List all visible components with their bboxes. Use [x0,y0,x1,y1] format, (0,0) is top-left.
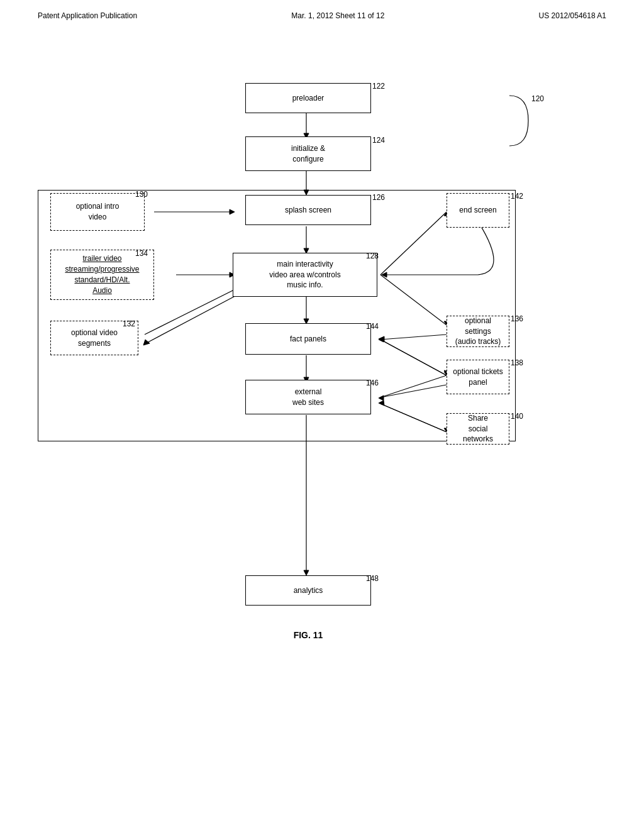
header-left: Patent Application Publication [38,11,137,20]
label-132: 132 [123,319,135,328]
label-138: 138 [511,358,523,367]
label-140: 140 [511,412,523,421]
box-splash: splash screen [245,195,371,225]
box-main: main interactivity video area w/controls… [233,253,377,297]
label-148: 148 [366,574,379,583]
box-external: external web sites [245,380,371,414]
box-endscreen: end screen [447,193,509,228]
label-128: 128 [366,252,379,260]
svg-marker-12 [304,570,309,575]
figure-label: FIG. 11 [245,630,371,640]
box-optsettings: optional settings (audio tracks) [447,316,509,347]
header: Patent Application Publication Mar. 1, 2… [0,0,644,26]
label-120: 120 [531,94,544,103]
box-opttickets: optional tickets panel [447,360,509,394]
label-134: 134 [135,249,148,258]
label-122: 122 [372,82,385,91]
header-middle: Mar. 1, 2012 Sheet 11 of 12 [291,11,384,20]
box-optional-intro: optional intro video [50,193,145,231]
label-124: 124 [372,136,385,145]
label-136: 136 [511,314,523,323]
box-share: Share social networks [447,413,509,445]
box-analytics: analytics [245,575,371,606]
label-144: 144 [366,322,379,331]
header-right: US 2012/054618 A1 [539,11,606,20]
box-init: initialize & configure [245,136,371,171]
label-146: 146 [366,379,379,387]
label-130: 130 [135,190,148,199]
box-preloader: preloader [245,83,371,113]
diagram-area: 120 preloader 122 initialize & configure… [0,26,644,781]
label-142: 142 [511,192,523,201]
label-126: 126 [372,193,385,202]
box-fact: fact panels [245,323,371,355]
